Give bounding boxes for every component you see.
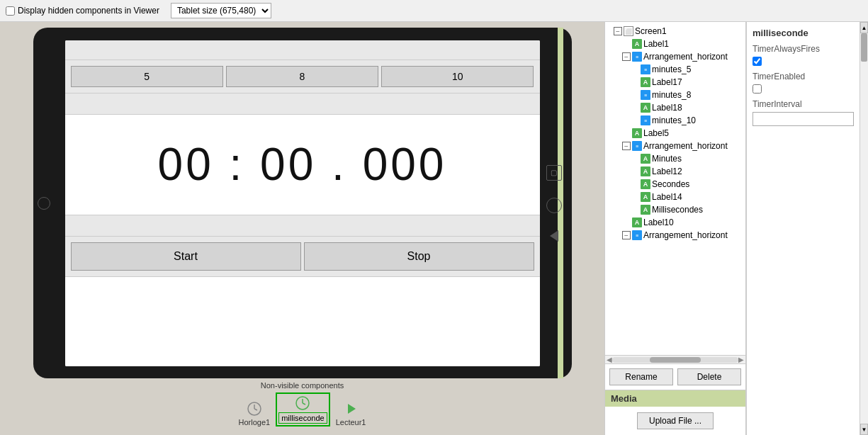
- spacer-2: [65, 215, 540, 237]
- icon-a-label18: A: [641, 103, 650, 113]
- tree-item-secondes[interactable]: A Secondes: [608, 178, 743, 191]
- right-scrollbar[interactable]: ▲ ▼: [859, 22, 868, 435]
- timer-enabled-label: TimerEnabled: [753, 72, 854, 81]
- icon-a-label1: A: [632, 39, 642, 49]
- timer-enabled-checkbox-row[interactable]: [753, 84, 854, 94]
- scroll-up-arrow[interactable]: ▲: [860, 22, 868, 33]
- tree-item-arr3[interactable]: − ≡ Arrangement_horizont: [608, 229, 743, 242]
- display-hidden-checkbox[interactable]: [6, 6, 15, 16]
- tree-item-label17[interactable]: A Label17: [608, 76, 743, 89]
- display-hidden-text: Display hidden components in Viewer: [18, 6, 159, 16]
- expand-arr1[interactable]: −: [622, 52, 631, 61]
- nonvisible-horloge-label: Horloge1: [239, 418, 271, 426]
- tablet-nav: ▢: [546, 165, 562, 242]
- tree-label-label1: Label1: [643, 39, 669, 49]
- tree-item-min8[interactable]: ≡ minutes_8: [608, 89, 743, 101]
- tree-item-label1[interactable]: A Label1: [608, 38, 743, 50]
- timer-interval-input[interactable]: 1: [753, 112, 854, 126]
- tree-item-arr2[interactable]: − ≡ Arrangement_horizont: [608, 140, 743, 152]
- timer-display: 00 : 00 . 000: [158, 138, 447, 191]
- tree-item-minutes[interactable]: A Minutes: [608, 152, 743, 165]
- nonvisible-milliseconde-label: milliseconde: [278, 412, 327, 424]
- scroll-left-arrow[interactable]: ◀: [607, 356, 612, 363]
- tree-label-secondes: Secondes: [652, 179, 689, 189]
- tablet-size-select[interactable]: Tablet size (675,480): [171, 3, 271, 18]
- nav-square-button[interactable]: ▢: [546, 165, 562, 181]
- display-hidden-label[interactable]: Display hidden components in Viewer: [6, 6, 159, 16]
- scroll-right-arrow[interactable]: ▶: [738, 356, 744, 363]
- tree-item-label18[interactable]: A Label18: [608, 101, 743, 114]
- media-header: Media: [605, 390, 745, 407]
- properties-panel: milliseconde TimerAlwaysFires TimerEnabl…: [746, 22, 859, 435]
- top-bar: Display hidden components in Viewer Tabl…: [0, 0, 868, 22]
- nonvisible-items: Horloge1 milliseconde Lecteur1: [239, 392, 366, 426]
- icon-a-label10: A: [632, 218, 642, 227]
- media-section: Media Upload File ...: [605, 390, 745, 435]
- main-area: 5 8 10 00 : 00 . 000 Start: [0, 22, 868, 435]
- tree-label-min8: minutes_8: [652, 90, 691, 100]
- upload-file-button[interactable]: Upload File ...: [637, 412, 714, 429]
- tree-label-millisecondes: Millisecondes: [652, 205, 703, 215]
- start-button[interactable]: Start: [71, 242, 301, 271]
- nav-circle-button[interactable]: [546, 198, 562, 213]
- icon-a-label12: A: [641, 166, 650, 176]
- timer-row: 00 : 00 . 000: [65, 115, 540, 216]
- minute-8-button[interactable]: 8: [226, 66, 378, 87]
- timer-always-fires-checkbox-row[interactable]: [753, 57, 854, 66]
- stop-button[interactable]: Stop: [304, 242, 534, 271]
- icon-arr-min10: ≡: [641, 115, 650, 125]
- tree-item-label12[interactable]: A Label12: [608, 165, 743, 178]
- spacer-1: [65, 94, 540, 115]
- tree-item-min5[interactable]: ≡ minutes_5: [608, 63, 743, 76]
- icon-arr-min8: ≡: [641, 90, 650, 100]
- icon-arr3: ≡: [632, 230, 642, 240]
- tree-item-label5[interactable]: A Label5: [608, 127, 743, 140]
- minute-10-button[interactable]: 10: [381, 66, 534, 87]
- delete-button[interactable]: Delete: [677, 368, 741, 385]
- icon-arr1: ≡: [632, 52, 642, 62]
- tree-label-screen1: Screen1: [635, 26, 667, 36]
- tree-label-label17: Label17: [652, 77, 682, 87]
- scroll-down-arrow[interactable]: ▼: [860, 424, 868, 435]
- timer-icon: [295, 395, 310, 411]
- tree-item-label14[interactable]: A Label14: [608, 191, 743, 203]
- tree-item-label10[interactable]: A Label10: [608, 216, 743, 229]
- tree-scrollbar[interactable]: ◀ ▶: [605, 355, 745, 363]
- timer-always-fires-checkbox[interactable]: [753, 57, 762, 66]
- scroll-track-vertical[interactable]: [860, 33, 868, 424]
- expand-arr2[interactable]: −: [622, 142, 631, 150]
- icon-a-label5: A: [632, 128, 642, 138]
- tree-label-arr2: Arrangement_horizont: [643, 141, 728, 151]
- nonvisible-lecteur[interactable]: Lecteur1: [336, 401, 366, 426]
- play-icon: [343, 401, 359, 417]
- timer-enabled-checkbox[interactable]: [753, 84, 762, 94]
- tree-label-min5: minutes_5: [652, 64, 691, 74]
- scroll-thumb-vertical: [861, 33, 867, 62]
- svg-marker-6: [348, 404, 356, 414]
- screen-icon: ⬜: [624, 26, 633, 36]
- prop-timer-always-fires: TimerAlwaysFires: [753, 44, 854, 66]
- tree-item-millisecondes[interactable]: A Millisecondes: [608, 203, 743, 216]
- tree-label-min10: minutes_10: [652, 115, 696, 125]
- rename-button[interactable]: Rename: [609, 368, 673, 385]
- nav-back-button[interactable]: [550, 230, 558, 242]
- tree-label-minutes: Minutes: [652, 154, 682, 164]
- tree-scroll[interactable]: − ⬜ Screen1 A Label1 − ≡ Arrangement_hor…: [605, 22, 745, 355]
- nonvisible-horloge[interactable]: Horloge1: [239, 401, 271, 426]
- icon-arr-min5: ≡: [641, 64, 650, 74]
- expand-arr3[interactable]: −: [622, 231, 631, 239]
- nonvisible-milliseconde[interactable]: milliseconde: [276, 392, 330, 426]
- timer-always-fires-label: TimerAlwaysFires: [753, 44, 854, 54]
- viewer-panel: 5 8 10 00 : 00 . 000 Start: [0, 22, 604, 435]
- scroll-thumb: [650, 357, 700, 363]
- tree-item-screen1[interactable]: − ⬜ Screen1: [608, 25, 743, 38]
- nonvisible-label: Non-visible components: [261, 381, 344, 390]
- expand-screen1[interactable]: −: [614, 27, 622, 35]
- svg-line-5: [303, 403, 305, 405]
- scroll-track[interactable]: [612, 357, 738, 363]
- action-buttons-row: Start Stop: [65, 237, 540, 277]
- tree-item-arr1[interactable]: − ≡ Arrangement_horizont: [608, 50, 743, 63]
- minute-5-button[interactable]: 5: [71, 66, 223, 87]
- app-top-row: [65, 40, 540, 60]
- tree-item-min10[interactable]: ≡ minutes_10: [608, 114, 743, 127]
